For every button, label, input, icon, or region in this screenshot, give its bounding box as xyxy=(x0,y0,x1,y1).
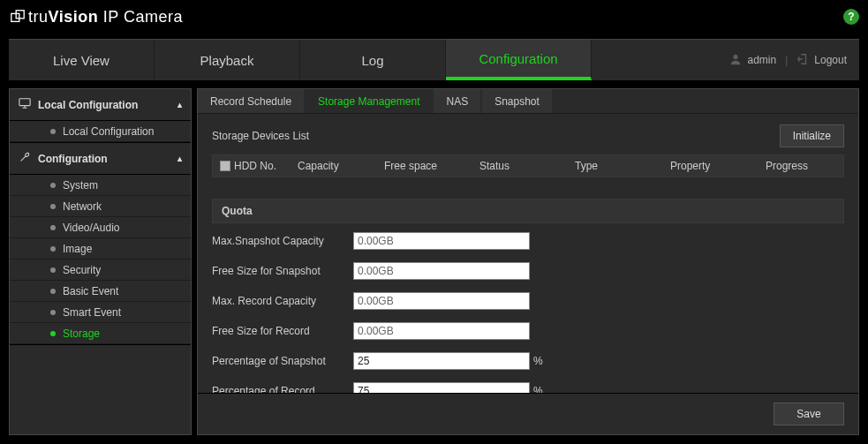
label-max-record-capacity: Max. Record Capacity xyxy=(212,295,353,307)
sidebar-item-label: Image xyxy=(63,243,92,255)
sidebar-group-label: Configuration xyxy=(38,153,108,165)
inner-tab-strip: Record Schedule Storage Management NAS S… xyxy=(198,89,858,114)
logo-icon xyxy=(9,8,26,26)
save-button[interactable]: Save xyxy=(774,403,844,425)
nav-tab-configuration[interactable]: Configuration xyxy=(446,40,592,80)
col-property: Property xyxy=(670,160,759,172)
sidebar-item-basic-event[interactable]: Basic Event xyxy=(10,281,191,302)
chevron-up-icon: ▴ xyxy=(177,154,182,163)
col-capacity: Capacity xyxy=(298,160,377,172)
input-free-size-snapshot xyxy=(353,262,530,280)
nav-tab-log[interactable]: Log xyxy=(300,40,446,80)
nav-tab-playback[interactable]: Playback xyxy=(155,40,300,80)
sidebar-item-label: Basic Event xyxy=(63,285,118,297)
sidebar-item-system[interactable]: System xyxy=(10,175,191,196)
sidebar-item-label: Storage xyxy=(63,327,100,340)
svg-rect-3 xyxy=(19,99,30,106)
svg-rect-1 xyxy=(16,11,24,19)
nav-tab-live-view[interactable]: Live View xyxy=(9,40,155,80)
main-panel: Record Schedule Storage Management NAS S… xyxy=(197,88,859,435)
user-icon xyxy=(729,53,742,68)
label-free-size-record: Free Size for Record xyxy=(212,325,353,337)
sidebar-item-storage[interactable]: Storage xyxy=(10,323,191,344)
col-type: Type xyxy=(575,160,663,172)
sidebar-item-security[interactable]: Security xyxy=(10,260,191,281)
input-percentage-snapshot[interactable] xyxy=(353,352,530,370)
input-percentage-record[interactable] xyxy=(353,382,530,393)
monitor-icon xyxy=(19,97,31,112)
storage-list-title: Storage Devices List xyxy=(212,130,309,142)
percent-suffix: % xyxy=(533,355,543,367)
col-free-space: Free space xyxy=(384,160,472,172)
tab-snapshot[interactable]: Snapshot xyxy=(482,89,552,113)
help-icon[interactable]: ? xyxy=(843,9,859,25)
sidebar-item-label: System xyxy=(63,179,98,192)
input-free-size-record xyxy=(353,322,530,340)
username-label: admin xyxy=(747,54,776,66)
separator: | xyxy=(785,54,788,66)
select-all-checkbox[interactable] xyxy=(220,161,230,171)
sidebar-item-image[interactable]: Image xyxy=(10,238,191,260)
wrench-icon xyxy=(19,151,31,166)
sidebar-item-label: Video/Audio xyxy=(63,222,120,234)
label-percentage-record: Percentage of Record xyxy=(212,385,353,393)
svg-point-2 xyxy=(734,54,738,58)
sidebar-group-local-configuration[interactable]: Local Configuration ▴ xyxy=(10,89,191,121)
sidebar-group-label: Local Configuration xyxy=(38,99,138,111)
quota-section-title: Quota xyxy=(212,199,844,223)
percent-suffix: % xyxy=(533,385,543,393)
sidebar-item-label: Security xyxy=(63,264,101,276)
chevron-up-icon: ▴ xyxy=(177,100,182,109)
input-max-snapshot-capacity xyxy=(353,232,530,250)
col-hdd-no: HDD No. xyxy=(234,160,276,172)
sidebar-item-video-audio[interactable]: Video/Audio xyxy=(10,217,191,238)
logout-icon xyxy=(796,53,809,68)
sidebar-item-label: Network xyxy=(63,200,102,213)
sidebar-item-smart-event[interactable]: Smart Event xyxy=(10,302,191,323)
main-nav: Live View Playback Log Configuration adm… xyxy=(9,39,859,81)
sidebar-item-local-configuration[interactable]: Local Configuration xyxy=(10,121,191,142)
sidebar: Local Configuration ▴ Local Configuratio… xyxy=(9,88,192,435)
sidebar-item-label: Local Configuration xyxy=(63,125,154,138)
tab-nas[interactable]: NAS xyxy=(434,89,480,113)
svg-rect-0 xyxy=(11,13,19,21)
logout-link[interactable]: Logout xyxy=(814,54,847,66)
brand-logo: truVision IP Camera xyxy=(9,8,183,26)
col-status: Status xyxy=(479,160,568,172)
col-progress: Progress xyxy=(766,160,836,172)
storage-table-header: HDD No. Capacity Free space Status Type … xyxy=(212,154,844,177)
label-percentage-snapshot: Percentage of Snapshot xyxy=(212,355,353,367)
brand-text: truVision IP Camera xyxy=(28,8,183,26)
tab-storage-management[interactable]: Storage Management xyxy=(306,89,432,113)
sidebar-group-configuration[interactable]: Configuration ▴ xyxy=(10,143,191,175)
sidebar-item-network[interactable]: Network xyxy=(10,196,191,217)
input-max-record-capacity xyxy=(353,292,530,310)
sidebar-item-label: Smart Event xyxy=(63,306,121,319)
label-max-snapshot-capacity: Max.Snapshot Capacity xyxy=(212,235,353,247)
tab-record-schedule[interactable]: Record Schedule xyxy=(198,89,304,113)
initialize-button[interactable]: Initialize xyxy=(780,124,844,147)
label-free-size-snapshot: Free Size for Snapshot xyxy=(212,265,353,277)
